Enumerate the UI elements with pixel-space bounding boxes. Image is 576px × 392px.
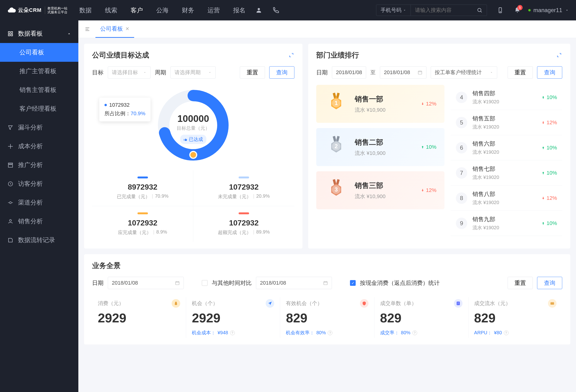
- search-input[interactable]: [411, 5, 472, 16]
- rank-number: 7: [456, 167, 467, 179]
- chevron-down-icon: [565, 8, 569, 12]
- topnav-item-0[interactable]: 数据: [79, 6, 92, 14]
- rank-card-top[interactable]: 3销售三部流水 ¥10,90012%: [316, 171, 444, 209]
- goal-metric: 1072932超额完成（元）|89.9%: [193, 206, 294, 242]
- trend-down-icon: 12%: [541, 195, 557, 201]
- rank-number: 4: [456, 92, 467, 103]
- topnav-item-1[interactable]: 线索: [105, 6, 117, 14]
- reset-button[interactable]: 重置: [508, 66, 533, 79]
- topnav-item-4[interactable]: 财务: [182, 6, 194, 14]
- sidebar-icon: [7, 181, 14, 187]
- help-icon[interactable]: ?: [328, 331, 332, 335]
- rank-row[interactable]: 9销售九部流水 ¥1902010%: [451, 211, 562, 236]
- sidebar-sub-0[interactable]: 公司看板: [0, 43, 78, 62]
- sidebar-group-dashboard[interactable]: 数据看板: [0, 24, 78, 43]
- sidebar-item-3[interactable]: 访客分析: [0, 174, 78, 193]
- rank-card-top[interactable]: 1销售一部流水 ¥10,90012%: [316, 85, 444, 123]
- sidebar-icon: [7, 218, 14, 225]
- phone-icon[interactable]: [272, 6, 280, 14]
- rank-number: 9: [456, 218, 467, 229]
- trend-up-icon: 10%: [421, 144, 436, 150]
- tab-company-dashboard[interactable]: 公司看板 ✕: [95, 20, 134, 38]
- trend-up-icon: 10%: [541, 145, 557, 151]
- expand-icon[interactable]: [289, 53, 294, 58]
- close-icon[interactable]: ✕: [125, 26, 129, 31]
- topnav-item-6[interactable]: 报名: [233, 6, 246, 14]
- overview-item: 成交单数（单）829成交率：80%?: [374, 297, 468, 338]
- sidebar-item-0[interactable]: 漏斗分析: [0, 118, 78, 137]
- date-separator: 至: [370, 69, 375, 76]
- reset-button[interactable]: 重置: [508, 277, 533, 289]
- rank-number: 5: [456, 117, 467, 128]
- sidebar-sub-2[interactable]: 销售主管看板: [0, 81, 78, 99]
- search-icon: [477, 7, 483, 13]
- sidebar-item-2[interactable]: 推广分析: [0, 156, 78, 174]
- sidebar-sub-1[interactable]: 推广主管看板: [0, 62, 78, 81]
- sidebar-sub-3[interactable]: 客户经理看板: [0, 99, 78, 118]
- rank-number: 6: [456, 142, 467, 153]
- dashboard-icon: [7, 30, 14, 37]
- rank-row[interactable]: 6销售六部流水 ¥1902010%: [451, 135, 562, 160]
- card-ranking: 部门业绩排行 日期 2018/01/08 至 2018/01/08 按工单客户经…: [308, 44, 570, 248]
- collapse-sidebar-button[interactable]: [83, 25, 92, 33]
- sidebar-item-5[interactable]: 销售分析: [0, 212, 78, 231]
- search-button[interactable]: [472, 5, 487, 16]
- mobile-icon[interactable]: [496, 6, 504, 14]
- tab-bar: 公司看板 ✕: [78, 20, 576, 38]
- rank-row[interactable]: 5销售五部流水 ¥1902012%: [451, 110, 562, 135]
- date-input[interactable]: 2018/01/08: [108, 277, 184, 289]
- search-type-select[interactable]: 手机号码: [376, 5, 411, 16]
- bell-icon[interactable]: 5: [514, 6, 521, 14]
- query-button[interactable]: 查询: [537, 277, 562, 289]
- topnav-item-2[interactable]: 客户: [131, 6, 143, 14]
- topnav-item-3[interactable]: 公海: [156, 6, 169, 14]
- rank-row[interactable]: 8销售八部流水 ¥1902012%: [451, 185, 562, 211]
- sidebar-item-1[interactable]: 成本分析: [0, 137, 78, 156]
- logo[interactable]: 云朵CRM 教育机构一站式服务云平台: [7, 6, 67, 15]
- date-from-input[interactable]: 2018/01/08: [332, 66, 366, 79]
- rank-card-top[interactable]: 2销售二部流水 ¥10,90010%: [316, 128, 444, 166]
- cash-stat-checkbox[interactable]: ✓: [350, 280, 356, 286]
- user-menu[interactable]: manager11: [528, 7, 569, 14]
- donut-total: 100000: [177, 113, 210, 124]
- goal-metric: 8972932已完成量（元）|70.9%: [92, 170, 193, 206]
- trend-down-icon: 12%: [421, 187, 436, 193]
- chevron-down-icon: [490, 71, 493, 74]
- target-select[interactable]: 请选择目标: [108, 66, 150, 79]
- help-icon[interactable]: ?: [230, 331, 235, 335]
- search-box: 手机号码: [376, 4, 487, 16]
- sidebar-item-4[interactable]: 渠道分析: [0, 193, 78, 212]
- chevron-down-icon: [143, 71, 146, 74]
- date-label: 日期: [316, 69, 328, 76]
- trend-up-icon: 10%: [541, 94, 557, 100]
- reset-button[interactable]: 重置: [240, 66, 265, 79]
- donut-chart: 1072932 所占比例：70.9% 100000 目标总量（元）: [92, 87, 294, 163]
- expand-icon[interactable]: [556, 53, 562, 58]
- topnav-item-5[interactable]: 运营: [207, 6, 220, 14]
- goal-metric: 1072932未完成量（元）|20.9%: [193, 170, 294, 206]
- trend-down-icon: 12%: [541, 120, 557, 126]
- help-icon[interactable]: ?: [412, 331, 417, 335]
- query-button[interactable]: 查询: [269, 66, 294, 79]
- top-menu: 数据线索客户公海财务运营报名: [79, 6, 246, 14]
- sidebar-item-6[interactable]: 数据流转记录: [0, 231, 78, 249]
- sidebar-icon: [7, 162, 14, 168]
- notification-badge: 5: [517, 5, 522, 10]
- compare-date-input[interactable]: 2018/01/08: [256, 277, 332, 289]
- rank-row[interactable]: 4销售四部流水 ¥1902010%: [451, 85, 562, 110]
- svg-rect-5: [11, 31, 13, 33]
- person-icon[interactable]: [255, 6, 262, 14]
- main: 公司看板 ✕ 公司业绩目标达成 目标 请选择目标: [78, 20, 576, 392]
- period-select[interactable]: 请选择周期: [171, 66, 216, 79]
- query-button[interactable]: 查询: [537, 66, 562, 79]
- calendar-icon: [175, 281, 180, 285]
- date-to-input[interactable]: 2018/01/08: [380, 66, 426, 79]
- sidebar-icon: [7, 124, 14, 131]
- rank-number: 8: [456, 192, 467, 204]
- svg-text:3: 3: [335, 186, 338, 193]
- stat-by-select[interactable]: 按工单客户经理统计: [431, 66, 497, 79]
- rank-row[interactable]: 7销售七部流水 ¥1902010%: [451, 160, 562, 185]
- trend-up-icon: 10%: [541, 170, 557, 176]
- help-icon[interactable]: ?: [504, 331, 509, 335]
- compare-checkbox[interactable]: [202, 280, 207, 286]
